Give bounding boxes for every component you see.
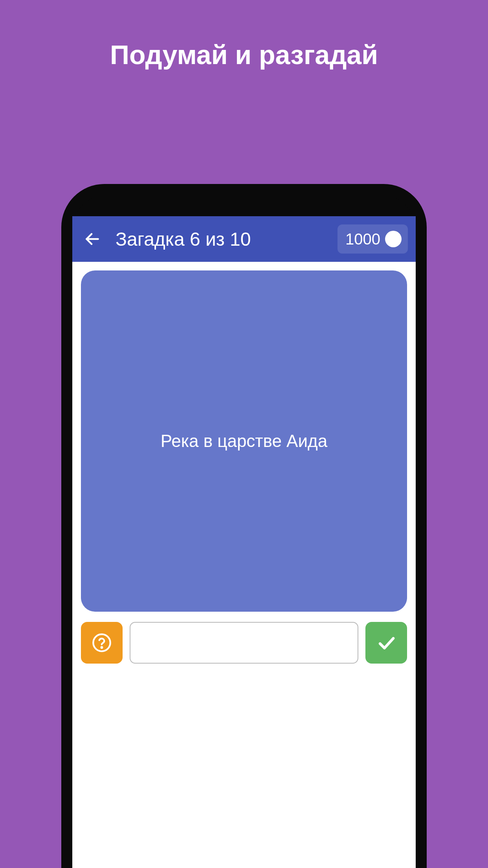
hint-button[interactable] (81, 622, 123, 664)
phone-frame: Загадка 6 из 10 1000 Река в царстве Аида (61, 184, 427, 868)
app-title: Загадка 6 из 10 (116, 228, 324, 250)
arrow-left-icon (84, 230, 101, 248)
input-row (81, 622, 407, 664)
help-icon (92, 633, 112, 653)
submit-button[interactable] (365, 622, 407, 664)
riddle-text: Река в царстве Аида (161, 431, 327, 451)
riddle-card: Река в царстве Аида (81, 270, 407, 612)
app-screen: Загадка 6 из 10 1000 Река в царстве Аида (72, 216, 416, 868)
content-area: Река в царстве Аида (72, 262, 416, 868)
app-bar: Загадка 6 из 10 1000 (72, 216, 416, 262)
svg-point-2 (101, 647, 103, 648)
coin-icon (385, 231, 402, 247)
check-icon (376, 632, 397, 653)
promo-title: Подумай и разгадай (0, 39, 488, 70)
back-button[interactable] (83, 229, 102, 249)
answer-input[interactable] (130, 622, 358, 664)
coin-value: 1000 (345, 230, 380, 248)
coin-badge[interactable]: 1000 (338, 224, 408, 254)
phone-inner: Загадка 6 из 10 1000 Река в царстве Аида (72, 195, 416, 868)
